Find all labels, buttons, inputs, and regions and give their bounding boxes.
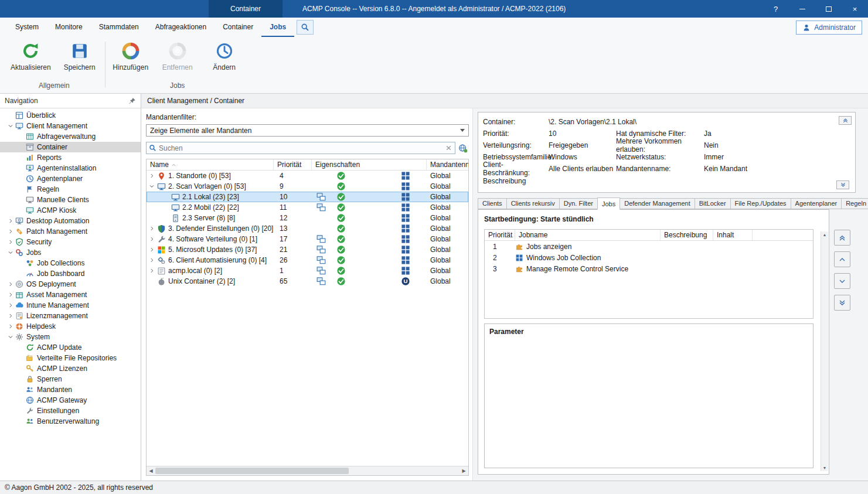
job-row-jobs-anzeigen[interactable]: 1 Jobs anzeigen bbox=[485, 241, 813, 252]
nav-item-os-deployment[interactable]: OS Deployment bbox=[0, 279, 141, 289]
container-row-2-2-mobil-22-22[interactable]: 2.2 Mobil (22) [22] 11 Global bbox=[147, 202, 468, 213]
job-column-beschreibung[interactable]: Beschreibung bbox=[661, 230, 713, 240]
column-header-mandantenname[interactable]: Mandantenname bbox=[427, 159, 468, 170]
container-row-2-3-server-8-8[interactable]: 2.3 Server (8) [8] 12 Global bbox=[147, 213, 468, 223]
scroll-track[interactable] bbox=[155, 466, 459, 475]
nav-item-benutzerverwaltung[interactable]: Benutzerverwaltung bbox=[0, 416, 141, 427]
chevron-right-icon[interactable] bbox=[149, 268, 157, 274]
maximize-button[interactable] bbox=[815, 0, 842, 18]
scroll-down-icon[interactable]: ▼ bbox=[823, 466, 827, 470]
nav-item-abfrageverwaltung[interactable]: Abfrageverwaltung bbox=[0, 131, 141, 142]
detail-tab-clients-rekursiv[interactable]: Clients rekursiv bbox=[506, 198, 560, 209]
chevron-down-icon[interactable] bbox=[149, 183, 157, 189]
nav-item-agentenplaner[interactable]: Agentenplaner bbox=[0, 173, 141, 184]
nav-item-patch-management[interactable]: Patch Management bbox=[0, 226, 141, 237]
chevron-right-icon[interactable] bbox=[149, 236, 157, 242]
collapse-details-button[interactable] bbox=[839, 116, 852, 125]
chevron-right-icon[interactable] bbox=[6, 239, 15, 246]
column-header-name[interactable]: Name bbox=[147, 159, 274, 170]
hinzufuegen-button[interactable]: Hinzufügen bbox=[113, 41, 149, 80]
speichern-button[interactable]: Speichern bbox=[62, 41, 98, 80]
nav-item-sperren[interactable]: Sperren bbox=[0, 374, 141, 384]
move-bottom-button[interactable] bbox=[834, 295, 850, 311]
global-search-button[interactable] bbox=[457, 142, 469, 154]
detail-tab-clients[interactable]: Clients bbox=[478, 198, 507, 209]
chevron-right-icon[interactable] bbox=[149, 247, 157, 253]
mandant-filter-select[interactable]: Zeige Elemente aller Mandanten bbox=[146, 124, 469, 137]
nav-item-acmp-kiosk[interactable]: ACMP Kiosk bbox=[0, 205, 141, 216]
container-row-6-client-automatisierung-0-4[interactable]: 6. Client Automatisierung (0) [4] 26 Glo… bbox=[147, 255, 468, 265]
search-field[interactable] bbox=[146, 142, 455, 154]
nav-item-acmp-gateway[interactable]: ACMP Gateway bbox=[0, 395, 141, 406]
nav-item-security[interactable]: Security bbox=[0, 237, 141, 247]
chevron-right-icon[interactable] bbox=[6, 291, 15, 298]
menu-tab-abfrageaktionen[interactable]: Abfrageaktionen bbox=[147, 18, 215, 37]
nav-item-intune-management[interactable]: Intune Management bbox=[0, 300, 141, 311]
container-row-1-standorte-0-53[interactable]: 1. Standorte (0) [53] 4 Global bbox=[147, 171, 468, 181]
nav-item-container[interactable]: Container bbox=[0, 142, 141, 152]
nav-item-desktop-automation[interactable]: Desktop Automation bbox=[0, 216, 141, 226]
nav-item-agenteninstallation[interactable]: Agenteninstallation bbox=[0, 163, 141, 173]
aktualisieren-button[interactable]: Aktualisieren bbox=[11, 41, 51, 80]
nav-item-verteilte-file-repositories[interactable]: Verteilte File Repositories bbox=[0, 353, 141, 363]
column-header-eigenschaften[interactable]: Eigenschaften bbox=[312, 159, 427, 170]
nav-item-reports[interactable]: Reports bbox=[0, 152, 141, 163]
nav-item-job-dashboard[interactable]: Job Dashboard bbox=[0, 268, 141, 279]
container-row-2-scan-vorlagen-0-53[interactable]: 2. Scan Vorlagen (0) [53] 9 Global bbox=[147, 181, 468, 192]
job-row-windows-job-collection[interactable]: 2 Windows Job Collection bbox=[485, 252, 813, 263]
nav-item-jobs[interactable]: Jobs bbox=[0, 247, 141, 258]
nav-item-asset-management[interactable]: Asset Management bbox=[0, 289, 141, 300]
search-input[interactable] bbox=[159, 144, 442, 152]
administrator-button[interactable]: Administrator bbox=[796, 21, 862, 35]
chevron-right-icon[interactable] bbox=[149, 257, 157, 263]
container-row-acmp-local-0-2[interactable]: acmp.local (0) [2] 1 Global bbox=[147, 265, 468, 276]
chevron-down-icon[interactable] bbox=[6, 249, 15, 256]
scroll-up-icon[interactable]: ▲ bbox=[823, 233, 827, 237]
menu-tab-monitore[interactable]: Monitore bbox=[47, 18, 91, 37]
move-up-button[interactable] bbox=[834, 251, 850, 267]
detail-tab-regeln[interactable]: Regeln bbox=[841, 198, 868, 209]
chevron-right-icon[interactable] bbox=[6, 302, 15, 309]
nav-item-acmp-lizenzen[interactable]: ACMP Lizenzen bbox=[0, 363, 141, 374]
close-button[interactable]: × bbox=[842, 0, 868, 18]
nav-item-acmp-update[interactable]: ACMP Update bbox=[0, 342, 141, 353]
nav-item-regeln[interactable]: Regeln bbox=[0, 184, 141, 195]
job-column-prioritaet[interactable]: Priorität bbox=[485, 230, 515, 240]
minimize-button[interactable] bbox=[789, 0, 815, 18]
nav-item-ueberblick[interactable]: Überblick bbox=[0, 110, 141, 121]
horizontal-scrollbar[interactable]: ◀ ▶ bbox=[147, 466, 468, 475]
scroll-left-icon[interactable]: ◀ bbox=[147, 468, 155, 473]
nav-item-mandanten[interactable]: Mandanten bbox=[0, 384, 141, 395]
menu-tab-container[interactable]: Container bbox=[215, 18, 261, 37]
detail-tab-defender-management[interactable]: Defender Management bbox=[619, 198, 695, 209]
move-top-button[interactable] bbox=[834, 230, 850, 246]
detail-tab-bitlocker[interactable]: BitLocker bbox=[695, 198, 731, 209]
detail-tab-agentenplaner[interactable]: Agentenplaner bbox=[791, 198, 842, 209]
titlebar-container-tab[interactable]: Container bbox=[209, 0, 282, 18]
scroll-right-icon[interactable]: ▶ bbox=[459, 468, 468, 473]
chevron-right-icon[interactable] bbox=[6, 281, 15, 288]
aendern-button[interactable]: Ändern bbox=[206, 41, 243, 80]
help-button[interactable]: ? bbox=[763, 0, 789, 18]
ribbon-search-button[interactable] bbox=[297, 20, 314, 35]
scroll-thumb[interactable] bbox=[155, 468, 349, 474]
nav-item-client-management[interactable]: Client Management bbox=[0, 121, 141, 131]
chevron-right-icon[interactable] bbox=[6, 312, 15, 319]
nav-item-manuelle-clients[interactable]: Manuelle Clients bbox=[0, 195, 141, 205]
chevron-right-icon[interactable] bbox=[6, 228, 15, 235]
menu-tab-system[interactable]: System bbox=[7, 18, 47, 37]
detail-tab-jobs[interactable]: Jobs bbox=[597, 197, 620, 210]
nav-item-job-collections[interactable]: Job Collections bbox=[0, 258, 141, 268]
detail-tab-dyn-filter[interactable]: Dyn. Filter bbox=[559, 198, 598, 209]
job-row-manage-remote-control-service[interactable]: 3 Manage Remote Control Service bbox=[485, 263, 813, 274]
nav-item-system[interactable]: System bbox=[0, 332, 141, 342]
menu-tab-stammdaten[interactable]: Stammdaten bbox=[91, 18, 147, 37]
pin-icon[interactable] bbox=[128, 97, 136, 105]
menu-tab-jobs[interactable]: Jobs bbox=[261, 18, 294, 37]
container-row-4-software-verteilung-0-1[interactable]: 4. Software Verteilung (0) [1] 17 Global bbox=[147, 234, 468, 244]
job-column-jobname[interactable]: Jobname bbox=[515, 230, 661, 240]
nav-item-helpdesk[interactable]: Helpdesk bbox=[0, 321, 141, 332]
container-row-unix-container-2-2[interactable]: Unix Container (2) [2] 65 U Global bbox=[147, 276, 468, 287]
chevron-down-icon[interactable] bbox=[6, 333, 15, 340]
container-row-3-defender-einstellungen-0-20[interactable]: 3. Defender Einstellungen (0) [20] 13 Gl… bbox=[147, 223, 468, 234]
